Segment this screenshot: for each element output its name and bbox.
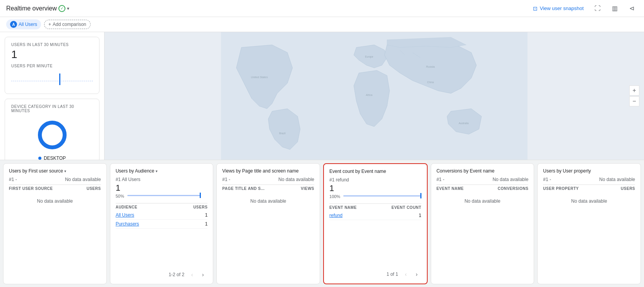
share-icon[interactable]: ⊲ (625, 2, 638, 15)
svg-text:China: China (427, 81, 434, 84)
chevron-down-icon[interactable]: ▾ (156, 169, 158, 173)
col2-header: VIEWS (301, 186, 314, 191)
card-title-text: Views by Page title and screen name (222, 168, 298, 174)
chevron-down-icon[interactable]: ▾ (64, 169, 66, 173)
card-footer: 1 of 1 ‹ › (329, 268, 421, 279)
users-stat-card: USERS IN LAST 30 MINUTES 1 USERS PER MIN… (5, 37, 99, 94)
row-name-link[interactable]: refund (329, 213, 343, 218)
page-views-card: Views by Page title and screen name #1 -… (216, 163, 320, 284)
col1-header: AUDIENCE (116, 205, 137, 209)
row-value: 1 (205, 212, 208, 218)
avatar-initial: A (12, 22, 15, 27)
table-header: USER PROPERTY USERS (543, 184, 635, 192)
row-name-link[interactable]: Purchasers (116, 221, 139, 227)
header-right: ⊡ View user snapshot ⛶ ▥ ⊲ (530, 2, 638, 15)
col2-header: USERS (193, 205, 207, 209)
mini-bar (127, 195, 201, 196)
card-percent: 100% (329, 194, 340, 199)
user-filter-label: All Users (19, 22, 37, 27)
no-data-label: No data available (551, 177, 635, 182)
title-badge: Realtime overview ✓ ▾ (6, 5, 69, 12)
desktop-legend-dot (38, 157, 41, 160)
device-stat-card: DEVICE CATEGORY IN LAST 30 MINUTES DESKT… (5, 99, 99, 160)
table-header: EVENT NAME CONVERSIONS (437, 184, 529, 192)
device-label: DEVICE CATEGORY IN LAST 30 MINUTES (11, 104, 93, 113)
sparkline-bar (59, 73, 60, 85)
no-data-table: No data available (571, 198, 607, 204)
card-rank: #1 All Users (116, 177, 208, 182)
card-title-conversions: Conversions by Event name (437, 168, 529, 174)
view-snapshot-button[interactable]: ⊡ View user snapshot (530, 3, 587, 14)
card-rank: #1 - (543, 177, 551, 182)
add-comparison-button[interactable]: + Add comparison (44, 20, 91, 29)
no-data-table: No data available (464, 198, 500, 204)
next-page-button[interactable]: › (198, 270, 207, 279)
camera-icon: ⊡ (533, 5, 538, 12)
card-title-audience: Users by Audience ▾ (116, 168, 208, 174)
plus-icon: + (48, 22, 51, 27)
svg-text:Brazil: Brazil (279, 132, 286, 135)
card-title-text: Users by First user source (9, 168, 63, 174)
pagination-label: 1-2 of 2 (169, 272, 185, 277)
table-header: EVENT NAME EVENT COUNT (329, 203, 421, 211)
page-title: Realtime overview (6, 5, 57, 12)
filter-bar: A All Users + Add comparison (0, 17, 644, 32)
card-title-text: Users by Audience (116, 168, 154, 174)
zoom-controls: + − (629, 85, 639, 106)
card-title-event-count: Event count by Event name (329, 169, 421, 174)
no-data-label: No data available (444, 177, 528, 182)
event-count-card: Event count by Event name #1 refund 1 10… (323, 163, 428, 284)
add-comparison-label: Add comparison (53, 22, 86, 27)
card-title-user-property: Users by User property (543, 168, 635, 174)
first-user-source-card: Users by First user source ▾ #1 - No dat… (3, 163, 107, 284)
row-name-link[interactable]: All Users (116, 212, 134, 218)
header-left: Realtime overview ✓ ▾ (6, 5, 69, 12)
world-map-svg: United States Brazil Africa Russia China… (104, 32, 644, 160)
status-icon: ✓ (58, 5, 65, 12)
table-row: All Users 1 (116, 211, 208, 220)
audience-card: Users by Audience ▾ #1 All Users 1 50% A… (110, 163, 214, 284)
chart-icon[interactable]: ▥ (608, 2, 621, 15)
table-header: FIRST USER SOURCE USERS (9, 184, 101, 192)
col1-header: EVENT NAME (329, 205, 357, 210)
user-property-card: Users by User property #1 - No data avai… (537, 163, 641, 284)
next-page-button[interactable]: › (412, 270, 421, 279)
bottom-row: Users by First user source ▾ #1 - No dat… (0, 160, 644, 287)
col1-header: EVENT NAME (437, 186, 464, 191)
prev-page-button[interactable]: ‹ (401, 270, 411, 279)
pagination-label: 1 of 1 (387, 272, 398, 277)
card-title-text: Users by User property (543, 168, 591, 174)
header: Realtime overview ✓ ▾ ⊡ View user snapsh… (0, 0, 644, 17)
card-main-value: 1 (329, 183, 421, 193)
card-footer: 1-2 of 2 ‹ › (116, 268, 208, 279)
svg-point-1 (40, 123, 65, 147)
mini-bar (343, 195, 421, 196)
table-header: PAGE TITLE AND S... VIEWS (222, 184, 314, 192)
row-value: 1 (419, 213, 421, 218)
card-rank: #1 refund (329, 177, 421, 183)
chevron-down-icon[interactable]: ▾ (67, 6, 69, 11)
sparkline-baseline (11, 81, 93, 81)
svg-text:Africa: Africa (366, 94, 372, 96)
all-users-filter[interactable]: A All Users (6, 19, 41, 29)
left-panel: USERS IN LAST 30 MINUTES 1 USERS PER MIN… (0, 32, 104, 160)
col2-header: USERS (621, 186, 635, 191)
svg-text:Russia: Russia (426, 65, 435, 68)
card-rank: #1 - (437, 177, 445, 182)
zoom-out-button[interactable]: − (629, 96, 639, 106)
users-per-minute-label: USERS PER MINUTE (11, 64, 93, 68)
card-rank: #1 - (9, 177, 17, 182)
card-title-page-views: Views by Page title and screen name (222, 168, 314, 174)
no-data-table: No data available (37, 198, 73, 204)
zoom-in-button[interactable]: + (629, 85, 639, 96)
col1-header: FIRST USER SOURCE (9, 186, 53, 191)
prev-page-button[interactable]: ‹ (187, 270, 197, 279)
no-data-label: No data available (230, 177, 314, 182)
svg-text:Europe: Europe (365, 55, 373, 58)
expand-icon[interactable]: ⛶ (591, 2, 604, 15)
col1-header: PAGE TITLE AND S... (222, 186, 265, 191)
card-percent: 50% (116, 194, 124, 198)
svg-text:Australia: Australia (459, 122, 469, 125)
col2-header: CONVERSIONS (498, 186, 528, 191)
table-row: Purchasers 1 (116, 220, 208, 229)
